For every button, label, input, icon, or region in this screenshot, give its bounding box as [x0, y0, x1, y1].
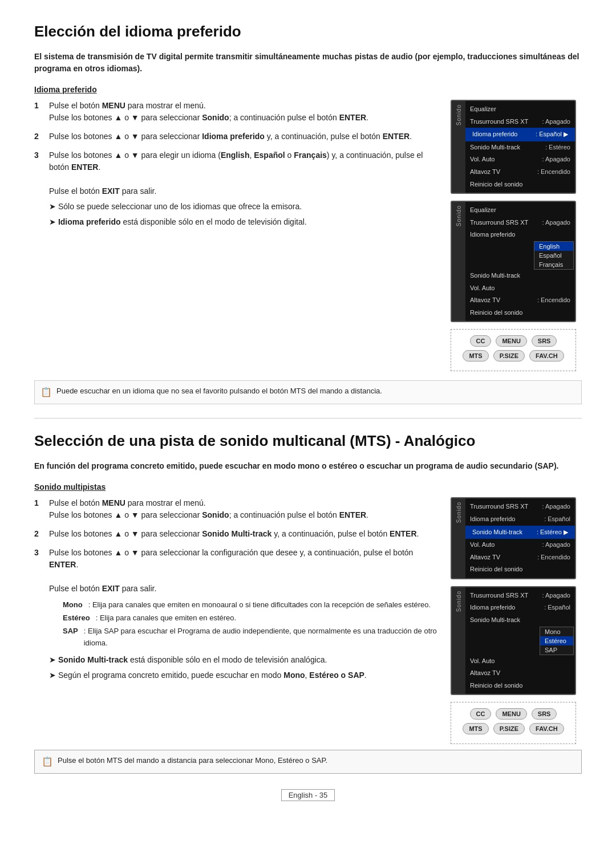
- btn-menu-2: MENU: [496, 708, 526, 720]
- sidebar-label-1: Sonido: [456, 104, 462, 125]
- step-2-1: 1 Pulse el botón MENU para mostrar el me…: [34, 497, 437, 521]
- section2-subsection: Sonido multipistas: [34, 482, 582, 491]
- section2-content: 1 Pulse el botón MENU para mostrar el me…: [34, 497, 582, 744]
- page-footer: English - 35: [34, 791, 582, 799]
- tv-row-altavoz3: Altavoz TV : Encendido: [465, 551, 575, 564]
- arrow-note-s2-2: Según el programa concreto emitido, pued…: [49, 669, 437, 681]
- section1-steps-list: 1 Pulse el botón MENU para mostrar el me…: [34, 100, 437, 230]
- tv-sidebar-2: Sonido: [452, 202, 465, 321]
- tv-row-trs2: Trusurround SRS XT : Apagado: [465, 217, 575, 229]
- dropdown-option-espanol: Español: [534, 251, 573, 260]
- arrow-note-2: Idioma preferido está disponible sólo en…: [49, 216, 437, 228]
- section2-steps-col: 1 Pulse el botón MENU para mostrar el me…: [34, 497, 437, 744]
- section1-content: 1 Pulse el botón MENU para mostrar el me…: [34, 100, 582, 371]
- arrow-note-s2-1: Sonido Multi-track está disponible sólo …: [49, 654, 437, 666]
- dropdown-option-mono: Mono: [540, 627, 573, 636]
- step-num-2: 2: [34, 131, 43, 143]
- tv-row-idioma2: Idioma preferido: [465, 229, 575, 241]
- section1-subsection: Idioma preferido: [34, 85, 582, 94]
- btn-srs-1: SRS: [532, 335, 557, 347]
- btn-psize-2: P.SIZE: [493, 723, 525, 734]
- step-1-3: 3 Pulse los botones ▲ o ▼ para elegir un…: [34, 149, 437, 230]
- step-2-3: 3 Pulse los botones ▲ o ▼ para seleccion…: [34, 547, 437, 683]
- dropdown-1: English Español Français: [465, 241, 574, 270]
- btn-menu-1: MENU: [496, 335, 526, 347]
- tv-content-1: Equalizer Trusurround SRS XT : Apagado I…: [465, 101, 575, 193]
- remote-row-2: MTS P.SIZE FAV.CH: [457, 350, 570, 361]
- dropdown-2: Mono Estéreo SAP: [465, 627, 574, 655]
- sidebar-label-4: Sonido: [456, 591, 462, 612]
- btn-favch-1: FAV.CH: [529, 350, 564, 361]
- step-text-2: Pulse los botones ▲ o ▼ para seleccionar…: [49, 131, 437, 143]
- footer-note-2: 📋 Pulse el botón MTS del mando a distanc…: [34, 750, 582, 774]
- dropdown-options-2: Mono Estéreo SAP: [540, 627, 574, 655]
- tv-screen-2: Sonido Equalizer Trusurround SRS XT : Ap…: [451, 201, 576, 322]
- remote-2: CC MENU SRS MTS P.SIZE FAV.CH: [451, 702, 576, 744]
- section2-intro: En función del programa concreto emitido…: [34, 460, 582, 472]
- step2-text-1: Pulse el botón MENU para mostrar el menú…: [49, 497, 437, 521]
- tv-row-trs3: Trusurround SRS XT : Apagado: [465, 501, 575, 513]
- tv-row-idioma3: Idioma preferido : Español: [465, 513, 575, 526]
- tv-row-multi3: Sonido Multi-track : Estéreo ▶: [465, 526, 575, 539]
- tv-row-altavoz1: Altavoz TV : Encendido: [465, 166, 575, 178]
- tv-row-multi1: Sonido Multi-track : Estéreo: [465, 141, 575, 154]
- tv-row-multi4: Sonido Multi-track: [465, 614, 575, 627]
- note-icon-2: 📋: [42, 755, 53, 769]
- note-box-1: 📋 Puede escuchar en un idioma que no sea…: [34, 380, 582, 404]
- btn-cc-2: CC: [470, 708, 492, 720]
- footer-note-text-2: Pulse el botón MTS del mando a distancia…: [58, 755, 327, 766]
- bullet-estereo: Estéreo: Elija para canales que emiten e…: [63, 612, 437, 624]
- tv-row-trs1: Trusurround SRS XT : Apagado: [465, 116, 575, 128]
- tv-screen-3: Sonido Trusurround SRS XT : Apagado Idio…: [451, 497, 576, 579]
- section1-screens-col: Sonido Equalizer Trusurround SRS XT : Ap…: [451, 100, 582, 371]
- tv-row-trs4: Trusurround SRS XT : Apagado: [465, 590, 575, 602]
- bullet-sap: SAP: Elija SAP para escuchar el Programa…: [63, 625, 437, 649]
- step-text-1: Pulse el botón MENU para mostrar el menú…: [49, 100, 437, 124]
- btn-psize-1: P.SIZE: [493, 350, 525, 361]
- section-divider: [34, 418, 582, 419]
- dropdown-option-sap: SAP: [540, 645, 573, 655]
- step2-text-2: Pulse los botones ▲ o ▼ para seleccionar…: [49, 528, 437, 540]
- tv-sidebar-3: Sonido: [452, 498, 465, 578]
- btn-srs-2: SRS: [532, 708, 557, 720]
- tv-row-idioma4: Idioma preferido : Español: [465, 602, 575, 614]
- tv-row-reinicio4: Reinicio del sonido: [465, 680, 575, 692]
- section1-steps-col: 1 Pulse el botón MENU para mostrar el me…: [34, 100, 437, 371]
- step2-text-3: Pulse los botones ▲ o ▼ para seleccionar…: [49, 547, 437, 683]
- btn-favch-2: FAV.CH: [529, 723, 564, 734]
- sidebar-label-2: Sonido: [456, 205, 462, 226]
- bullet-list-2: Mono: Elija para canales que emiten en m…: [49, 599, 437, 649]
- btn-cc-1: CC: [470, 335, 492, 347]
- dropdown-option-estereo: Estéreo: [540, 636, 573, 645]
- step2-num-3: 3: [34, 547, 43, 683]
- step-text-3: Pulse los botones ▲ o ▼ para elegir un i…: [49, 149, 437, 230]
- arrow-note-1: Sólo se puede seleccionar uno de los idi…: [49, 201, 437, 213]
- section1-title: Elección del idioma preferido: [34, 23, 582, 40]
- btn-mts-1: MTS: [463, 350, 488, 361]
- section2-screens-col: Sonido Trusurround SRS XT : Apagado Idio…: [451, 497, 582, 744]
- tv-row-vol3: Vol. Auto : Apagado: [465, 539, 575, 551]
- page-number: English - 35: [281, 789, 335, 801]
- tv-row-eq1: Equalizer: [465, 103, 575, 116]
- step-1-1: 1 Pulse el botón MENU para mostrar el me…: [34, 100, 437, 124]
- tv-row-eq2: Equalizer: [465, 204, 575, 217]
- remote2-row-1: CC MENU SRS: [457, 708, 570, 720]
- bullet-mono: Mono: Elija para canales que emiten en m…: [63, 599, 437, 611]
- tv-row-altavoz2: Altavoz TV : Encendido: [465, 294, 575, 307]
- section2-title: Selección de una pista de sonido multica…: [34, 432, 582, 450]
- note-icon-1: 📋: [40, 385, 52, 399]
- note-text-1: Puede escuchar en un idioma que no sea e…: [56, 385, 382, 397]
- sidebar-label-3: Sonido: [456, 502, 462, 523]
- remote2-row-2: MTS P.SIZE FAV.CH: [457, 723, 570, 734]
- tv-row-reinicio3: Reinicio del sonido: [465, 563, 575, 576]
- tv-row-altavoz4: Altavoz TV: [465, 667, 575, 680]
- section2-steps-list: 1 Pulse el botón MENU para mostrar el me…: [34, 497, 437, 683]
- tv-sidebar-1: Sonido: [452, 101, 465, 193]
- dropdown-option-francais: Français: [534, 260, 573, 269]
- section1-intro: El sistema de transmisión de TV digital …: [34, 51, 582, 75]
- tv-content-4: Trusurround SRS XT : Apagado Idioma pref…: [465, 587, 575, 694]
- remote-row-1: CC MENU SRS: [457, 335, 570, 347]
- tv-screen-1: Sonido Equalizer Trusurround SRS XT : Ap…: [451, 100, 576, 194]
- tv-row-vol4: Vol. Auto: [465, 655, 575, 668]
- remote-1: CC MENU SRS MTS P.SIZE FAV.CH: [451, 329, 576, 371]
